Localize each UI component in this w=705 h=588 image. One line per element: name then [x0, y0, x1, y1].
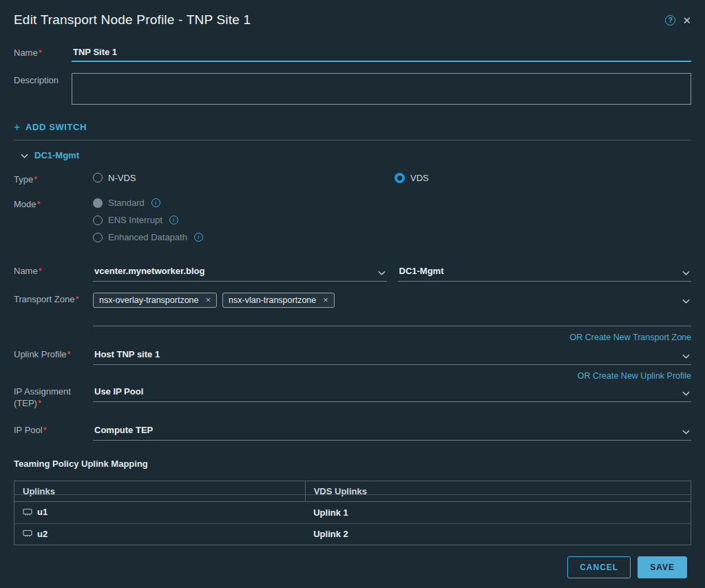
- create-transport-zone-link[interactable]: OR Create New Transport Zone: [93, 333, 691, 342]
- radio-mode-enhanced-datapath[interactable]: Enhanced Datapath i: [93, 232, 691, 242]
- compute-manager-dropdown[interactable]: vcenter.mynetworker.blog: [93, 264, 387, 282]
- required-asterisk: *: [67, 349, 71, 359]
- name-input[interactable]: [72, 45, 691, 62]
- remove-chip-icon[interactable]: ×: [206, 297, 211, 304]
- close-icon[interactable]: ✕: [682, 15, 691, 25]
- dialog-header: Edit Transport Node Profile - TNP Site 1…: [14, 0, 691, 28]
- transport-zone-label: Transport Zone*: [14, 293, 93, 306]
- switch-name-row: Name* vcenter.mynetworker.blog DC1-Mgmt: [14, 264, 691, 282]
- dialog-title: Edit Transport Node Profile - TNP Site 1: [14, 12, 251, 28]
- table-header-row: Uplinks VDS Uplinks: [14, 481, 691, 502]
- save-button[interactable]: SAVE: [638, 556, 687, 578]
- transport-zone-chip: nsx-vlan-transportzone ×: [222, 293, 335, 308]
- table-row[interactable]: u2 Uplink 2: [14, 523, 691, 545]
- chevron-down-icon: [682, 388, 690, 398]
- type-label: Type*: [14, 173, 93, 186]
- ip-assignment-value: Use IP Pool: [94, 386, 143, 397]
- transport-zone-multiselect[interactable]: nsx-overlay-transportzone × nsx-vlan-tra…: [93, 293, 691, 326]
- column-header-vds-uplinks: VDS Uplinks: [305, 481, 691, 502]
- info-icon[interactable]: i: [169, 216, 178, 224]
- ip-pool-row: IP Pool* Compute TEP: [14, 423, 691, 441]
- vds-uplink-cell[interactable]: Uplink 2: [305, 523, 691, 545]
- ip-assignment-row: IP Assignment (TEP)* Use IP Pool: [14, 385, 691, 410]
- teaming-policy-title: Teaming Policy Uplink Mapping: [14, 459, 691, 469]
- required-asterisk: *: [39, 266, 42, 276]
- uplink-port-icon: [23, 508, 32, 516]
- radio-ens-label: ENS Interrupt: [108, 215, 162, 225]
- mode-label: Mode*: [14, 198, 93, 211]
- dialog-footer: CANCEL SAVE: [567, 556, 687, 578]
- required-asterisk: *: [39, 48, 42, 58]
- radio-unchecked-icon: [93, 173, 103, 182]
- compute-manager-value: vcenter.mynetworker.blog: [94, 266, 204, 276]
- ip-assignment-dropdown[interactable]: Use IP Pool: [93, 385, 691, 402]
- chevron-down-icon: [378, 267, 386, 277]
- radio-disabled-icon: [93, 198, 103, 208]
- ip-pool-dropdown[interactable]: Compute TEP: [93, 423, 691, 441]
- chip-label: nsx-vlan-transportzone: [229, 295, 316, 305]
- description-label: Description: [14, 73, 72, 86]
- remove-chip-icon[interactable]: ×: [323, 297, 328, 304]
- plus-icon: +: [14, 123, 21, 132]
- uplink-profile-label: Uplink Profile*: [14, 348, 93, 361]
- column-header-uplinks: Uplinks: [14, 481, 306, 502]
- help-icon[interactable]: ?: [665, 15, 675, 25]
- table-row[interactable]: u1 Uplink 1: [14, 502, 691, 524]
- required-asterisk: *: [38, 398, 41, 408]
- uplink-profile-row: Uplink Profile* Host TNP site 1 OR Creat…: [14, 348, 691, 381]
- radio-nvds-label: N-VDS: [108, 173, 136, 183]
- radio-mode-standard: Standard i: [93, 198, 691, 208]
- mode-row: Mode* Standard i ENS Interrupt i Enhance…: [14, 198, 691, 249]
- uplink-port-icon: [23, 529, 32, 538]
- chevron-down-icon: [682, 350, 690, 361]
- uplink-profile-value: Host TNP site 1: [94, 349, 160, 359]
- radio-nvds[interactable]: N-VDS: [93, 173, 394, 183]
- info-icon[interactable]: i: [151, 198, 160, 207]
- radio-unchecked-icon: [93, 233, 103, 242]
- cancel-button[interactable]: CANCEL: [567, 556, 631, 578]
- radio-checked-icon: [394, 173, 405, 183]
- required-asterisk: *: [37, 199, 41, 209]
- radio-mode-ens-interrupt[interactable]: ENS Interrupt i: [93, 215, 691, 225]
- uplink-profile-dropdown[interactable]: Host TNP site 1: [93, 348, 691, 365]
- vds-switch-dropdown[interactable]: DC1-Mgmt: [398, 264, 692, 282]
- teaming-policy-table: Uplinks VDS Uplinks u1 Uplink 1 u2: [14, 481, 691, 545]
- chevron-down-icon: [682, 295, 690, 306]
- uplink-cell: u2: [37, 529, 48, 539]
- name-row: Name*: [14, 45, 691, 62]
- transport-zone-row: Transport Zone* nsx-overlay-transportzon…: [14, 293, 691, 342]
- ip-assignment-label: IP Assignment (TEP)*: [14, 385, 93, 410]
- vds-switch-value: DC1-Mgmt: [399, 266, 444, 276]
- add-switch-button[interactable]: + ADD SWITCH: [14, 122, 87, 132]
- chevron-down-icon: [682, 426, 690, 437]
- radio-unchecked-icon: [93, 216, 103, 225]
- ip-pool-label: IP Pool*: [14, 423, 93, 437]
- add-switch-label: ADD SWITCH: [25, 122, 87, 132]
- required-asterisk: *: [43, 425, 47, 435]
- chip-label: nsx-overlay-transportzone: [99, 295, 199, 305]
- name-label: Name*: [14, 45, 72, 59]
- chevron-down-icon: [21, 150, 28, 160]
- ip-pool-value: Compute TEP: [94, 425, 153, 435]
- switch-section-header[interactable]: DC1-Mgmt: [21, 150, 691, 160]
- footer-divider: [14, 494, 691, 495]
- chevron-down-icon: [682, 267, 690, 277]
- info-icon[interactable]: i: [194, 233, 203, 242]
- edit-transport-node-profile-dialog: Edit Transport Node Profile - TNP Site 1…: [0, 0, 705, 588]
- transport-zone-chip: nsx-overlay-transportzone ×: [93, 293, 217, 308]
- description-row: Description: [14, 73, 691, 107]
- vds-uplink-cell[interactable]: Uplink 1: [305, 502, 691, 524]
- type-row: Type* N-VDS VDS: [14, 173, 691, 186]
- description-textarea[interactable]: [72, 73, 691, 105]
- radio-enhanced-label: Enhanced Datapath: [108, 232, 187, 242]
- required-asterisk: *: [34, 174, 37, 185]
- create-uplink-profile-link[interactable]: OR Create New Uplink Profile: [93, 371, 691, 381]
- radio-vds[interactable]: VDS: [394, 173, 429, 183]
- radio-vds-label: VDS: [410, 173, 429, 183]
- uplink-cell: u1: [37, 507, 48, 517]
- required-asterisk: *: [75, 294, 78, 304]
- switch-section-title: DC1-Mgmt: [34, 150, 79, 160]
- radio-standard-label: Standard: [108, 198, 145, 208]
- switch-name-label: Name*: [14, 264, 93, 277]
- section-divider: [14, 140, 691, 140]
